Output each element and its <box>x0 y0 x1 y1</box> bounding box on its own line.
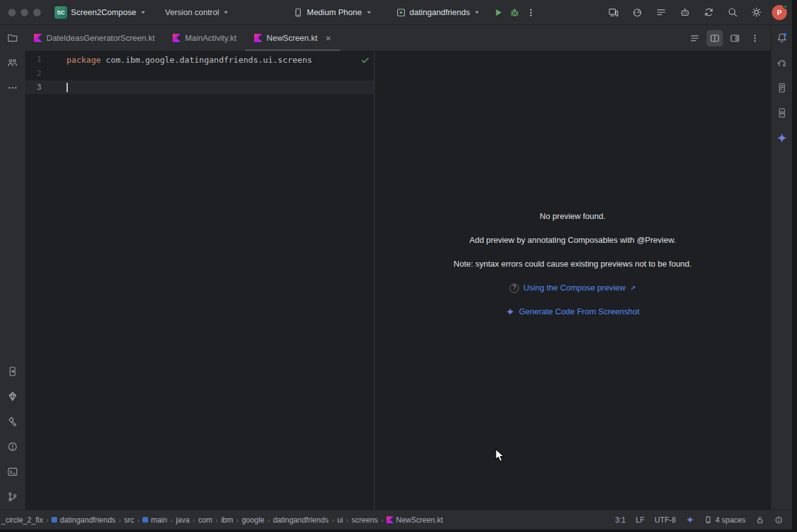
kebab-menu-icon <box>750 33 760 43</box>
unlocked-padlock-icon <box>756 516 764 524</box>
version-control-widget[interactable]: Version control <box>160 5 233 19</box>
editor-line-1[interactable]: 1 package com.ibm.google.datingandfriend… <box>25 53 374 66</box>
write-access-widget[interactable] <box>756 516 764 524</box>
device-status-icon <box>704 516 712 524</box>
caret-position-widget[interactable]: 3:1 <box>615 516 626 524</box>
search-everywhere-button[interactable] <box>724 4 741 21</box>
device-streaming-button[interactable] <box>605 4 621 21</box>
app-inspection-tool-button[interactable] <box>0 384 25 409</box>
compose-preview-help-row: ? Using the Compose preview ↗ <box>510 283 636 293</box>
breadcrumb-item[interactable]: java <box>176 516 190 524</box>
profiler-button[interactable] <box>629 4 645 21</box>
project-widget[interactable]: SC Screen2Compose <box>50 4 150 21</box>
breadcrumb-item[interactable]: ibm <box>221 516 233 524</box>
line-number[interactable]: 2 <box>25 69 41 78</box>
problems-icon <box>7 441 18 452</box>
folder-icon <box>7 32 18 43</box>
kotlin-file-icon <box>387 516 393 523</box>
breadcrumb-item[interactable]: main <box>142 516 167 524</box>
editor-line-3[interactable]: 3 <box>25 80 374 94</box>
status-info-widget[interactable] <box>774 516 783 524</box>
notifications-button[interactable] <box>771 25 793 50</box>
build-tool-button[interactable] <box>0 409 25 434</box>
breadcrumb-item[interactable]: datingandfriends <box>273 516 329 524</box>
tab-options-button[interactable] <box>747 30 763 46</box>
settings-button[interactable] <box>748 4 764 21</box>
design-view-button[interactable] <box>727 30 743 46</box>
maximize-window-button[interactable] <box>33 9 41 16</box>
line-number[interactable]: 1 <box>25 55 41 64</box>
generate-code-link[interactable]: Generate Code From Screenshot <box>519 307 639 317</box>
breadcrumb-item[interactable]: google <box>242 516 264 524</box>
debug-button[interactable] <box>506 4 523 21</box>
avatar[interactable]: P <box>772 5 787 20</box>
breadcrumb-item[interactable]: com <box>198 516 213 524</box>
line-separator-widget[interactable]: LF <box>636 516 645 524</box>
breadcrumb-item[interactable]: datingandfriends <box>51 516 115 524</box>
device-manager-tool-button[interactable] <box>771 100 793 125</box>
editor-tabbar: DateIdeasGeneratorScreen.kt MainActivity… <box>25 25 771 51</box>
tab-newscreen[interactable]: NewScreen.kt × <box>245 25 340 51</box>
breadcrumb-label: google <box>242 516 264 524</box>
compose-preview-doc-link[interactable]: Using the Compose preview <box>523 283 626 293</box>
breadcrumb-item[interactable]: _circle_2_fix <box>1 516 43 524</box>
breadcrumb-separator: › <box>216 516 218 524</box>
device-selector[interactable]: Medium Phone <box>288 5 375 20</box>
breadcrumb-item[interactable]: ui <box>337 516 343 524</box>
gradle-tool-button[interactable] <box>771 50 793 75</box>
project-tool-button[interactable] <box>0 25 25 50</box>
project-name: Screen2Compose <box>71 8 136 17</box>
close-window-button[interactable] <box>8 9 16 16</box>
ai-status-widget[interactable] <box>686 516 694 524</box>
tab-mainactivity[interactable]: MainActivity.kt <box>164 25 245 51</box>
run-configuration-label: datingandfriends <box>410 8 470 17</box>
ai-assistant-button[interactable] <box>677 4 693 21</box>
code-editor[interactable]: 1 package com.ibm.google.datingandfriend… <box>25 51 374 509</box>
editor-line-2[interactable]: 2 <box>25 66 374 80</box>
left-stripe-bottom <box>0 359 25 509</box>
more-tool-windows-button[interactable] <box>0 75 25 100</box>
ai-sparkle-icon <box>686 516 694 524</box>
breadcrumb-label: datingandfriends <box>60 516 115 524</box>
code-view-button[interactable] <box>687 30 703 46</box>
help-question-icon[interactable]: ? <box>510 284 519 293</box>
structure-tool-button[interactable] <box>0 50 25 75</box>
encoding-widget[interactable]: UTF-8 <box>655 516 676 524</box>
sync-icon <box>703 7 714 18</box>
breadcrumb-item[interactable]: src <box>124 516 134 524</box>
tab-dateideasgeneratorscreen[interactable]: DateIdeasGeneratorScreen.kt <box>25 25 164 51</box>
problems-tool-button[interactable] <box>0 434 25 459</box>
run-button[interactable] <box>490 4 506 21</box>
line-number[interactable]: 3 <box>25 83 41 92</box>
gemini-sparkle-icon <box>776 132 788 144</box>
gemini-tool-button[interactable] <box>771 125 793 151</box>
version-control-tool-button[interactable] <box>0 484 25 509</box>
breadcrumb-item[interactable]: screens <box>351 516 378 524</box>
right-tool-stripe <box>771 25 792 509</box>
terminal-tool-button[interactable] <box>0 459 25 484</box>
breadcrumb-label: main <box>151 516 167 524</box>
chevron-down-icon <box>367 11 371 14</box>
phone-icon <box>293 8 303 18</box>
breadcrumb-item[interactable]: NewScreen.kt <box>387 516 443 524</box>
breadcrumb-separator: › <box>346 516 349 524</box>
profiler-icon <box>632 7 643 18</box>
run-configuration-selector[interactable]: datingandfriends <box>391 5 484 20</box>
breadcrumb-label: src <box>124 516 134 524</box>
logcat-button[interactable] <box>653 4 669 21</box>
device-explorer-tool-button[interactable] <box>771 75 793 100</box>
sync-project-button[interactable] <box>700 4 717 21</box>
minimize-window-button[interactable] <box>21 9 28 16</box>
breadcrumb: _circle_2_fix›datingandfriends›src›main›… <box>1 516 443 524</box>
code-view-icon <box>690 33 700 43</box>
close-tab-icon[interactable]: × <box>326 33 331 43</box>
split-view-icon <box>710 33 720 43</box>
split-view-button[interactable] <box>707 30 723 46</box>
breadcrumb-separator: › <box>332 516 334 524</box>
syntax-error-note: Note: syntax errors could cause existing… <box>454 259 692 269</box>
indent-label: 4 spaces <box>715 516 746 524</box>
indent-widget[interactable]: 4 spaces <box>704 516 746 524</box>
inspections-widget[interactable] <box>360 55 370 65</box>
more-actions-button[interactable] <box>523 4 539 21</box>
running-devices-tool-button[interactable] <box>0 359 25 384</box>
